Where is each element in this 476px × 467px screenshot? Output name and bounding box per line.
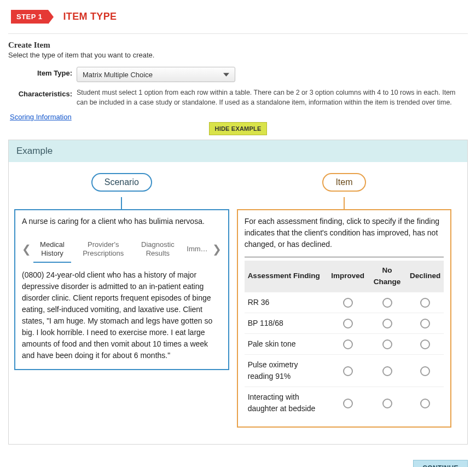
table-row: Pale skin tone <box>245 333 444 354</box>
finding-cell: RR 36 <box>245 292 328 313</box>
col-declined: Declined <box>407 261 444 292</box>
create-heading: Create Item <box>8 41 468 50</box>
scenario-lead: A nurse is caring for a client who has b… <box>22 216 222 227</box>
item-type-label: Item Type: <box>8 67 77 77</box>
radio-nochange[interactable] <box>382 339 392 349</box>
radio-improved[interactable] <box>343 319 353 328</box>
radio-declined[interactable] <box>420 339 430 349</box>
scenario-panel: A nurse is caring for a client who has b… <box>14 209 229 370</box>
col-improved: Improved <box>328 261 368 292</box>
create-subheading: Select the type of item that you want to… <box>8 51 468 59</box>
radio-declined[interactable] <box>420 319 430 328</box>
tab-diagnostic-results[interactable]: Diagnostic Results <box>133 235 182 263</box>
example-panel: Example Scenario A nurse is caring for a… <box>8 140 468 445</box>
tab-next-chevron-icon[interactable]: ❯ <box>212 241 222 257</box>
example-body: Scenario A nurse is caring for a client … <box>9 162 467 444</box>
table-row: Interacting with daughter at bedside <box>245 387 444 419</box>
tab-providers-prescriptions[interactable]: Provider's Prescriptions <box>73 235 133 263</box>
example-header: Example <box>9 140 467 162</box>
table-header-row: Assessment Finding Improved No Change De… <box>245 261 444 292</box>
item-label: Item <box>322 173 365 192</box>
radio-declined[interactable] <box>420 399 430 408</box>
hide-example-button[interactable]: HIDE EXAMPLE <box>209 122 268 135</box>
footer: CONTINUE <box>8 445 468 467</box>
col-finding: Assessment Finding <box>245 261 328 292</box>
item-type-value: Matrix Multiple Choice <box>83 71 153 79</box>
scenario-label: Scenario <box>91 173 152 192</box>
table-row: BP 118/68 <box>245 313 444 333</box>
item-type-select[interactable]: Matrix Multiple Choice <box>77 67 235 82</box>
step-title: ITEM TYPE <box>63 11 117 22</box>
finding-cell: Pale skin tone <box>245 333 328 354</box>
characteristics-label: Characteristics: <box>8 88 77 98</box>
divider <box>8 33 468 34</box>
item-panel: For each assessment finding, click to sp… <box>237 209 452 428</box>
radio-nochange[interactable] <box>382 298 392 308</box>
item-lead: For each assessment finding, click to sp… <box>245 216 444 250</box>
continue-button[interactable]: CONTINUE <box>413 460 468 467</box>
table-row: RR 36 <box>245 292 444 313</box>
tab-prev-chevron-icon[interactable]: ❮ <box>22 241 31 257</box>
step-badge: STEP 1 <box>11 10 48 24</box>
table-row: Pulse oximetry reading 91% <box>245 354 444 387</box>
scenario-column: Scenario A nurse is caring for a client … <box>14 173 229 370</box>
step-header: STEP 1 ITEM TYPE <box>11 10 468 24</box>
radio-declined[interactable] <box>420 366 430 376</box>
item-column: Item For each assessment finding, click … <box>237 173 452 428</box>
finding-cell: Interacting with daughter at bedside <box>245 387 328 419</box>
radio-improved[interactable] <box>343 399 353 408</box>
radio-improved[interactable] <box>343 366 353 376</box>
radio-nochange[interactable] <box>382 366 392 376</box>
radio-improved[interactable] <box>343 339 353 349</box>
scoring-information-link[interactable]: Scoring Information <box>10 113 72 121</box>
scenario-tabbar: ❮ Medical History Provider's Prescriptio… <box>22 235 222 263</box>
finding-cell: BP 118/68 <box>245 313 328 333</box>
connector-line <box>237 197 452 209</box>
scenario-body-text: (0800) 24-year-old client who has a hist… <box>22 269 222 361</box>
col-nochange: No Change <box>368 261 407 292</box>
tab-medical-history[interactable]: Medical History <box>31 235 73 263</box>
tab-truncated[interactable]: Imm… <box>182 239 212 259</box>
connector-line <box>14 197 229 209</box>
characteristics-text: Student must select 1 option from each r… <box>77 88 460 107</box>
radio-nochange[interactable] <box>382 319 392 328</box>
chevron-down-icon <box>223 72 229 78</box>
assessment-table: Assessment Finding Improved No Change De… <box>245 261 444 419</box>
finding-cell: Pulse oximetry reading 91% <box>245 354 328 387</box>
item-divider <box>245 257 444 257</box>
radio-declined[interactable] <box>420 298 430 308</box>
radio-improved[interactable] <box>343 298 353 308</box>
radio-nochange[interactable] <box>382 399 392 408</box>
